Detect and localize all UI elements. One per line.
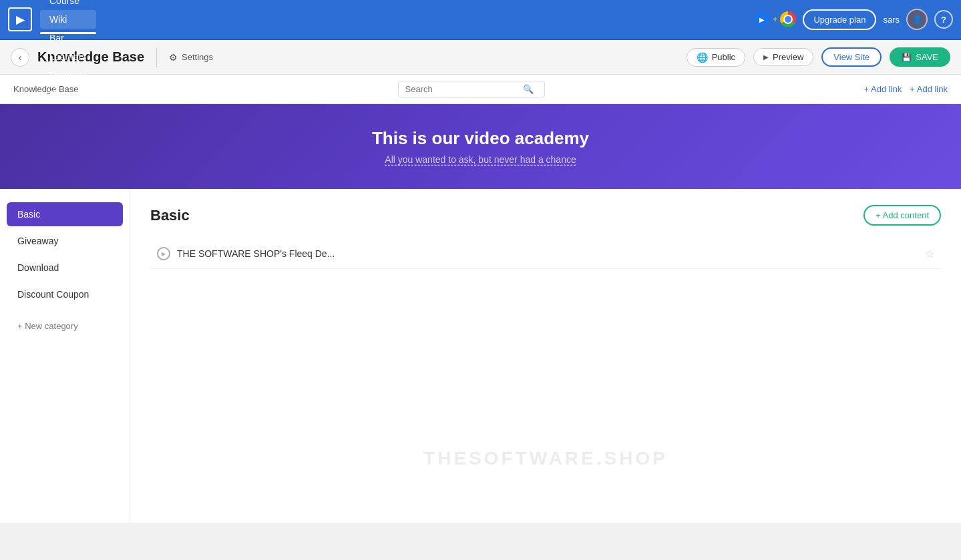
nav-item-learners[interactable]: Learners xyxy=(40,47,96,66)
new-category-button[interactable]: + New category xyxy=(7,314,123,338)
user-avatar[interactable]: 👤 xyxy=(906,9,928,30)
gear-icon: ⚙ xyxy=(169,52,178,63)
second-bar: ‹ Knowledge Base ⚙ Settings 🌐 Public ▶ P… xyxy=(0,40,961,75)
nav-item-bar[interactable]: Bar xyxy=(40,29,96,47)
main-content: BasicGiveawayDownloadDiscount Coupon + N… xyxy=(0,189,961,523)
top-nav: ▶ LibraryInboxAnalyticsCourseWikiBarLear… xyxy=(0,0,961,40)
extension-icons: ▶ + xyxy=(754,11,796,27)
nav-item-course[interactable]: Course xyxy=(40,0,96,10)
search-box: 🔍 xyxy=(87,81,856,97)
settings-label: Settings xyxy=(182,52,213,62)
content-header: Basic + Add content xyxy=(150,205,941,226)
save-icon: 💾 xyxy=(902,53,912,62)
view-site-button[interactable]: View Site xyxy=(821,47,882,67)
content-item: ▶THE SOFTWARE SHOP's Fleeq De...☆ xyxy=(150,239,941,269)
hero-banner: This is our video academy All you wanted… xyxy=(0,104,961,189)
sidebar-item-discount-coupon[interactable]: Discount Coupon xyxy=(7,282,123,306)
back-button[interactable]: ‹ xyxy=(11,48,29,67)
plus-icon: + xyxy=(773,15,777,24)
public-button[interactable]: 🌐 Public xyxy=(687,48,745,67)
content-title: Basic xyxy=(150,207,190,224)
watermark: THESOFTWARE.SHOP xyxy=(423,448,668,469)
search-icon: 🔍 xyxy=(523,84,534,94)
save-label: SAVE xyxy=(916,52,938,62)
sidebar-item-download[interactable]: Download xyxy=(7,256,123,280)
preview-button[interactable]: ▶ Preview xyxy=(753,48,813,66)
content-area: Basic + Add content ▶THE SOFTWARE SHOP's… xyxy=(130,189,961,523)
settings-button[interactable]: ⚙ Settings xyxy=(169,52,213,63)
favorite-star-icon[interactable]: ☆ xyxy=(925,248,934,260)
avatar-icon: 👤 xyxy=(912,15,922,24)
sidebar-items: BasicGiveawayDownloadDiscount Coupon xyxy=(7,202,123,306)
nav-item-wiki[interactable]: Wiki xyxy=(40,10,96,29)
add-content-button[interactable]: + Add content xyxy=(863,205,941,226)
hero-subtitle: All you wanted to ask, but never had a c… xyxy=(385,154,576,165)
public-label: Public xyxy=(712,52,735,62)
help-button[interactable]: ? xyxy=(934,10,953,29)
content-items: ▶THE SOFTWARE SHOP's Fleeq De...☆ xyxy=(150,239,941,269)
add-link-button-2[interactable]: + Add link xyxy=(910,84,948,94)
breadcrumb-bar: Knowledge Base 🔍 + Add link + Add link xyxy=(0,75,961,104)
divider xyxy=(156,47,157,67)
play-ext-icon: ▶ xyxy=(754,11,770,27)
nav-items: LibraryInboxAnalyticsCourseWikiBarLearne… xyxy=(40,0,96,103)
hero-title: This is our video academy xyxy=(372,128,589,149)
play-icon: ▶ xyxy=(763,53,769,61)
globe-icon: 🌐 xyxy=(697,52,708,63)
sidebar: BasicGiveawayDownloadDiscount Coupon + N… xyxy=(0,189,130,523)
save-button[interactable]: 💾 SAVE xyxy=(890,47,950,67)
nav-item-progress[interactable]: Progress xyxy=(40,66,96,85)
nav-item-reports[interactable]: Reports xyxy=(40,85,96,103)
top-nav-right: ▶ + Upgrade plan sars 👤 ? xyxy=(754,9,953,30)
add-link-button-1[interactable]: + Add link xyxy=(864,84,902,94)
sidebar-item-basic[interactable]: Basic xyxy=(7,202,123,226)
upgrade-plan-button[interactable]: Upgrade plan xyxy=(803,9,876,30)
search-input[interactable] xyxy=(405,84,519,94)
chrome-ext-icon xyxy=(780,11,796,27)
logo[interactable]: ▶ xyxy=(8,7,32,31)
play-circle-icon: ▶ xyxy=(157,247,170,260)
user-name: sars xyxy=(883,15,900,25)
content-item-title: THE SOFTWARE SHOP's Fleeq De... xyxy=(177,248,918,259)
preview-label: Preview xyxy=(773,52,803,62)
sidebar-item-giveaway[interactable]: Giveaway xyxy=(7,229,123,253)
